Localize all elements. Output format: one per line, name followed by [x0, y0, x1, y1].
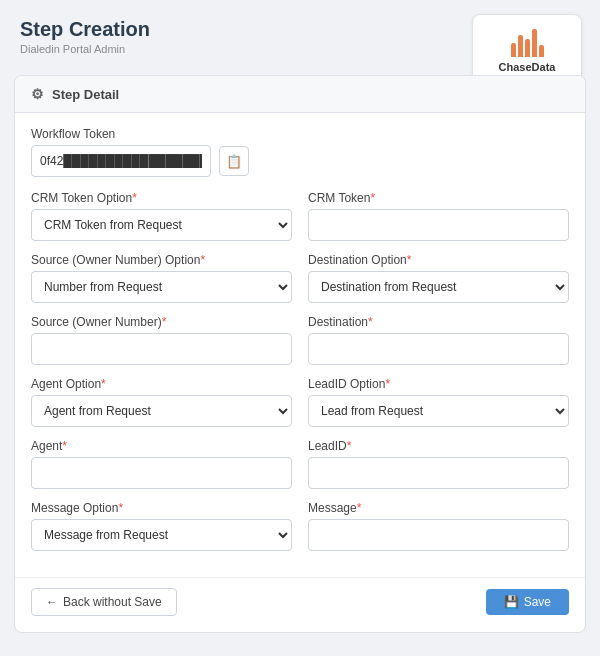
save-button[interactable]: 💾 Save: [486, 589, 569, 615]
bar5: [539, 45, 544, 57]
destination-input[interactable]: [308, 333, 569, 365]
main-card: ⚙ Step Detail Workflow Token 📋 CRM Token…: [14, 75, 586, 633]
agent-leadid-option-row: Agent Option* Agent from Request LeadID …: [31, 377, 569, 427]
agent-option-select[interactable]: Agent from Request: [31, 395, 292, 427]
card-header: ⚙ Step Detail: [15, 76, 585, 113]
destination-option-select[interactable]: Destination from Request: [308, 271, 569, 303]
agent-option-label: Agent Option*: [31, 377, 292, 391]
leadid-option-label: LeadID Option*: [308, 377, 569, 391]
crm-token-option-group: CRM Token Option* CRM Token from Request: [31, 191, 292, 241]
token-row: 📋: [31, 145, 569, 177]
destination-group: Destination*: [308, 315, 569, 365]
message-row: Message Option* Message from Request Mes…: [31, 501, 569, 551]
source-option-select[interactable]: Number from Request: [31, 271, 292, 303]
agent-input[interactable]: [31, 457, 292, 489]
leadid-option-group: LeadID Option* Lead from Request: [308, 377, 569, 427]
card-body: Workflow Token 📋 CRM Token Option* CRM T…: [15, 113, 585, 571]
save-button-label: Save: [524, 595, 551, 609]
required-star: *: [132, 191, 137, 205]
workflow-token-input[interactable]: [31, 145, 211, 177]
back-arrow-icon: ←: [46, 595, 58, 609]
bar3: [525, 39, 530, 57]
message-option-group: Message Option* Message from Request: [31, 501, 292, 551]
destination-option-label: Destination Option*: [308, 253, 569, 267]
crm-token-group: CRM Token*: [308, 191, 569, 241]
source-option-group: Source (Owner Number) Option* Number fro…: [31, 253, 292, 303]
copy-token-button[interactable]: 📋: [219, 146, 249, 176]
leadid-input[interactable]: [308, 457, 569, 489]
message-group: Message*: [308, 501, 569, 551]
crm-token-option-label: CRM Token Option*: [31, 191, 292, 205]
card-footer: ← Back without Save 💾 Save: [15, 577, 585, 616]
agent-option-group: Agent Option* Agent from Request: [31, 377, 292, 427]
chasedata-logo-icon: [489, 25, 565, 57]
source-label: Source (Owner Number)*: [31, 315, 292, 329]
source-dest-option-row: Source (Owner Number) Option* Number fro…: [31, 253, 569, 303]
destination-label: Destination*: [308, 315, 569, 329]
source-input[interactable]: [31, 333, 292, 365]
card-header-title: Step Detail: [52, 87, 119, 102]
message-option-select[interactable]: Message from Request: [31, 519, 292, 551]
source-option-label: Source (Owner Number) Option*: [31, 253, 292, 267]
crm-token-label: CRM Token*: [308, 191, 569, 205]
bar1: [511, 43, 516, 57]
save-icon: 💾: [504, 595, 519, 609]
leadid-option-select[interactable]: Lead from Request: [308, 395, 569, 427]
crm-token-option-select[interactable]: CRM Token from Request: [31, 209, 292, 241]
step-detail-icon: ⚙: [31, 86, 44, 102]
back-without-save-button[interactable]: ← Back without Save: [31, 588, 177, 616]
message-label: Message*: [308, 501, 569, 515]
agent-group: Agent*: [31, 439, 292, 489]
source-dest-row: Source (Owner Number)* Destination*: [31, 315, 569, 365]
crm-row: CRM Token Option* CRM Token from Request…: [31, 191, 569, 241]
leadid-label: LeadID*: [308, 439, 569, 453]
message-input[interactable]: [308, 519, 569, 551]
leadid-group: LeadID*: [308, 439, 569, 489]
crm-token-input[interactable]: [308, 209, 569, 241]
bar4: [532, 29, 537, 57]
workflow-token-section: Workflow Token 📋: [31, 127, 569, 177]
destination-option-group: Destination Option* Destination from Req…: [308, 253, 569, 303]
back-button-label: Back without Save: [63, 595, 162, 609]
bar2: [518, 35, 523, 57]
agent-label: Agent*: [31, 439, 292, 453]
source-group: Source (Owner Number)*: [31, 315, 292, 365]
workflow-token-label: Workflow Token: [31, 127, 569, 141]
message-option-label: Message Option*: [31, 501, 292, 515]
agent-leadid-row: Agent* LeadID*: [31, 439, 569, 489]
